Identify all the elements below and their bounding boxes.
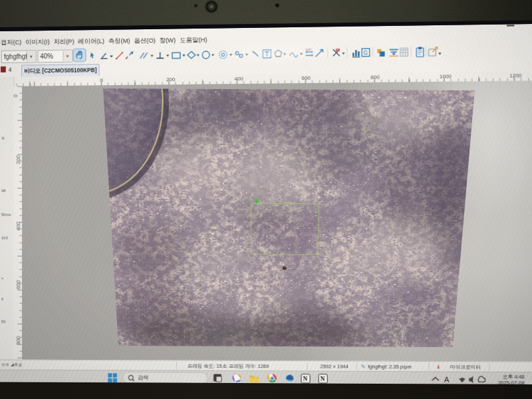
svg-text:N: N	[321, 376, 325, 382]
svg-text:A: A	[444, 375, 450, 383]
svg-text:N: N	[303, 376, 308, 382]
svg-text:검색: 검색	[138, 374, 149, 381]
